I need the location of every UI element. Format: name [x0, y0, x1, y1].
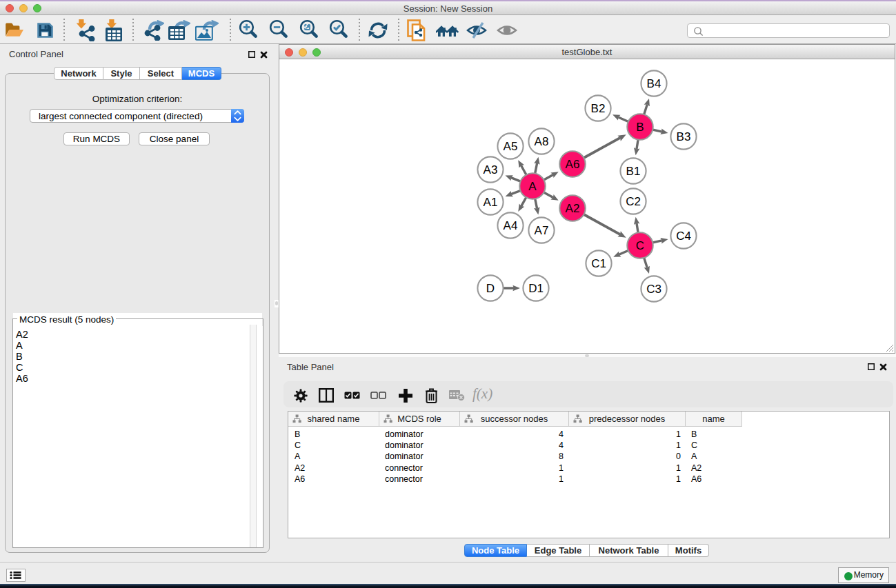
svg-text:B3: B3: [677, 130, 691, 143]
svg-text:A1: A1: [484, 196, 498, 209]
svg-text:B4: B4: [647, 77, 661, 90]
svg-text:D: D: [486, 282, 495, 295]
svg-text:A2: A2: [566, 202, 580, 215]
svg-text:A7: A7: [535, 224, 549, 237]
svg-text:C2: C2: [626, 195, 641, 208]
svg-text:C1: C1: [591, 257, 606, 270]
svg-text:B1: B1: [626, 165, 641, 178]
svg-text:C3: C3: [646, 283, 661, 296]
svg-text:C4: C4: [676, 230, 691, 243]
svg-text:A4: A4: [504, 219, 518, 232]
svg-text:B: B: [636, 121, 644, 134]
svg-text:A6: A6: [566, 158, 580, 171]
svg-text:A5: A5: [504, 140, 518, 153]
svg-text:A: A: [528, 180, 537, 193]
svg-text:C: C: [636, 239, 644, 252]
svg-text:A3: A3: [484, 163, 498, 176]
svg-text:A8: A8: [535, 135, 549, 148]
svg-text:B2: B2: [591, 102, 606, 115]
svg-text:D1: D1: [528, 282, 544, 295]
